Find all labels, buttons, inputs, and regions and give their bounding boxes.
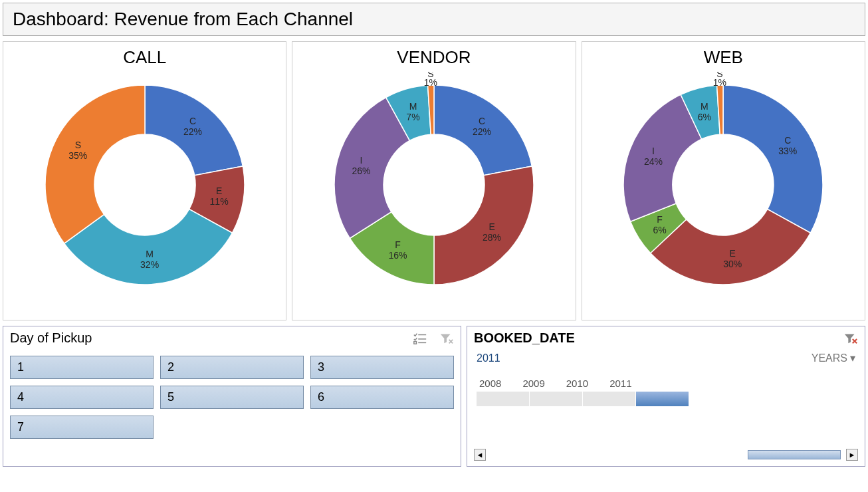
slicer-option-5[interactable]: 5 [160, 386, 304, 409]
slicer-option-1[interactable]: 1 [10, 356, 154, 379]
timeline-title: BOOKED_DATE [474, 330, 575, 346]
timeline-scrollbar[interactable]: ◄ ► [467, 445, 865, 466]
slicer-options: 1234567 [3, 349, 461, 445]
slicer-day-of-pickup[interactable]: Day of Pickup 1234567 [3, 326, 461, 467]
chart-panel-vendor[interactable]: VENDOR C 22%E 28%F 16%I 26%M 7%S 1% [292, 41, 576, 320]
slice-pct-M: 6% [698, 112, 711, 122]
scroll-track[interactable] [491, 450, 841, 459]
timeline-segment-2011[interactable] [636, 392, 689, 406]
timeline-status-row: 2011 YEARS ▾ [467, 349, 865, 366]
charts-row: CALL C 22%E 11%M 32%S 35% VENDOR C 22%E … [3, 41, 865, 320]
scroll-right-button[interactable]: ► [846, 449, 858, 461]
slice-pct-E: 28% [483, 232, 501, 243]
timeline-selected-label: 2011 [477, 352, 500, 364]
timeline-year-label-2011: 2011 [609, 378, 631, 389]
timeline-segment-2010[interactable] [583, 392, 636, 406]
slice-label-E: E [216, 185, 222, 196]
donut-chart[interactable]: C 33%E 30%F 6%I 24%M 6%S 1% [610, 72, 836, 298]
slicer-title: Day of Pickup [10, 330, 92, 346]
slice-label-C: C [479, 116, 485, 126]
slice-pct-C: 22% [473, 126, 491, 137]
timeline-segment-2008[interactable] [477, 392, 530, 406]
clear-filter-icon[interactable] [843, 332, 858, 344]
slicer-header: Day of Pickup [3, 326, 461, 349]
slice-pct-E: 11% [209, 196, 228, 207]
slicer-option-2[interactable]: 2 [160, 356, 304, 379]
donut-chart[interactable]: C 22%E 28%F 16%I 26%M 7%S 1% [321, 72, 547, 298]
slicer-option-3[interactable]: 3 [310, 356, 454, 379]
slicer-option-6[interactable]: 6 [310, 386, 454, 409]
slicer-header-icons [413, 332, 454, 344]
clear-filter-icon[interactable] [439, 332, 454, 344]
slice-pct-F: 6% [653, 225, 667, 235]
timeline-booked-date[interactable]: BOOKED_DATE 2011 YEARS ▾ 200820092010201… [467, 326, 865, 467]
slicer-option-4[interactable]: 4 [10, 386, 154, 409]
slice-label-E: E [488, 221, 494, 232]
timeline-track[interactable]: 2008200920102011 [467, 366, 865, 406]
slice-pct-F: 16% [389, 250, 407, 261]
svg-rect-3 [414, 341, 417, 344]
timeline-units-label: YEARS [812, 352, 847, 364]
slice-label-M: M [701, 101, 708, 112]
slice-label-I: I [360, 155, 363, 166]
chart-title: CALL [123, 47, 166, 68]
slice-pct-S: 35% [68, 150, 87, 161]
dashboard-title: Dashboard: Revenue from Each Channel [3, 3, 865, 36]
timeline-header-icons [843, 332, 858, 344]
slice-label-C: C [189, 116, 196, 126]
slice-E[interactable] [434, 166, 534, 285]
slice-label-E: E [730, 248, 736, 259]
filters-row: Day of Pickup 1234567 [3, 326, 865, 467]
chevron-down-icon: ▾ [850, 352, 855, 364]
timeline-year-labels: 2008200920102011 [477, 378, 855, 389]
slice-label-M: M [409, 101, 417, 112]
slice-pct-C: 22% [183, 126, 202, 137]
timeline-bar[interactable] [477, 392, 855, 406]
scroll-left-button[interactable]: ◄ [474, 449, 486, 461]
slicer-option-7[interactable]: 7 [10, 416, 154, 439]
slice-pct-C: 33% [779, 146, 798, 156]
slice-label-M: M [146, 249, 154, 259]
chart-panel-web[interactable]: WEB C 33%E 30%F 6%I 24%M 6%S 1% [582, 41, 865, 320]
slice-pct-I: 24% [644, 156, 663, 167]
timeline-header: BOOKED_DATE [467, 326, 865, 349]
chart-panel-call[interactable]: CALL C 22%E 11%M 32%S 35% [3, 41, 286, 320]
chart-title: WEB [704, 47, 743, 68]
slice-pct-E: 30% [723, 259, 742, 269]
slice-pct-I: 26% [352, 166, 371, 176]
slice-pct-S: 1% [713, 77, 726, 88]
slice-C[interactable] [723, 85, 823, 233]
timeline-units-dropdown[interactable]: YEARS ▾ [812, 352, 855, 364]
slice-pct-M: 32% [140, 259, 159, 270]
chart-title: VENDOR [397, 47, 471, 68]
slice-label-F: F [657, 214, 663, 225]
scroll-thumb[interactable] [748, 450, 841, 459]
timeline-segment-2009[interactable] [530, 392, 583, 406]
donut-chart[interactable]: C 22%E 11%M 32%S 35% [32, 72, 258, 298]
slice-label-I: I [652, 146, 655, 156]
timeline-year-label-2010: 2010 [566, 378, 588, 389]
slice-label-S: S [74, 140, 80, 150]
multi-select-icon[interactable] [413, 332, 427, 344]
slice-pct-S: 1% [424, 77, 437, 88]
timeline-year-label-2009: 2009 [522, 378, 544, 389]
slice-label-C: C [785, 135, 792, 146]
slice-pct-M: 7% [406, 112, 419, 122]
slice-S[interactable] [45, 85, 145, 243]
timeline-year-label-2008: 2008 [479, 378, 501, 389]
slice-label-F: F [395, 239, 401, 250]
